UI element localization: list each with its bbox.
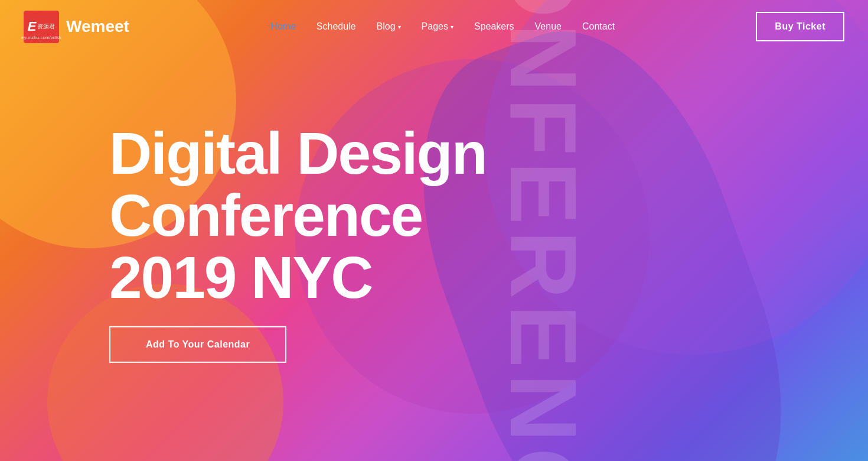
blog-chevron-icon: ▾ <box>398 24 401 30</box>
add-to-calendar-button[interactable]: Add To Your Calendar <box>109 326 286 363</box>
hero-title: Digital Design Conference 2019 NYC <box>109 122 487 309</box>
nav-pages[interactable]: Pages ▾ <box>422 21 453 32</box>
nav-contact[interactable]: Contact <box>582 21 615 32</box>
navbar: E 资源君 eyunzhu.com/vdisk Wemeet Home Sche… <box>0 0 868 53</box>
pages-chevron-icon: ▾ <box>451 24 453 30</box>
nav-speakers[interactable]: Speakers <box>474 21 514 32</box>
nav-home[interactable]: Home <box>270 21 296 32</box>
logo-url: eyunzhu.com/vdisk <box>21 35 61 40</box>
vertical-text: CONFERENCE <box>489 0 598 461</box>
nav-venue[interactable]: Venue <box>535 21 562 32</box>
nav-links: Home Schedule Blog ▾ Pages ▾ Speakers Ve… <box>270 21 615 32</box>
nav-blog[interactable]: Blog ▾ <box>377 21 401 32</box>
logo[interactable]: E 资源君 eyunzhu.com/vdisk Wemeet <box>24 11 129 43</box>
nav-schedule[interactable]: Schedule <box>316 21 356 32</box>
hero-section: CONFERENCE E 资源君 eyunzhu.com/vdisk Wemee… <box>0 0 868 461</box>
logo-badge: E 资源君 eyunzhu.com/vdisk <box>24 11 59 43</box>
hero-content: Digital Design Conference 2019 NYC Add T… <box>109 122 487 363</box>
logo-name: Wemeet <box>66 17 129 36</box>
logo-chinese: 资源君 <box>37 23 55 30</box>
buy-ticket-button[interactable]: Buy Ticket <box>756 12 844 41</box>
logo-letter: E <box>28 19 37 34</box>
